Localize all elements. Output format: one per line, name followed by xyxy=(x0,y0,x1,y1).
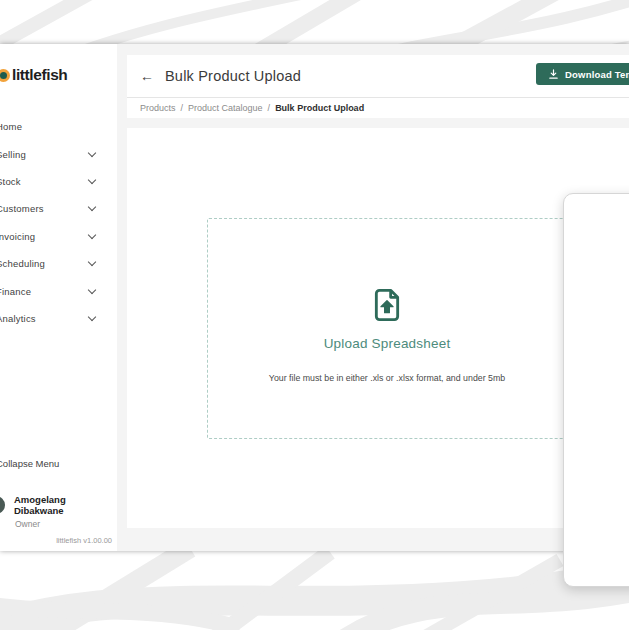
download-template-button[interactable]: Download Template xyxy=(536,63,629,85)
sidebar-nav: Home Selling Stock Customers Invoicing xyxy=(0,113,117,332)
app-window: littlefish Home Selling Stock Customers xyxy=(0,44,629,551)
breadcrumb-current: Bulk Product Upload xyxy=(275,103,364,113)
sidebar-item-scheduling[interactable]: Scheduling xyxy=(0,250,117,277)
upload-title: Upload Spreadsheet xyxy=(324,336,451,351)
sidebar-item-label: Customers xyxy=(0,203,44,214)
sidebar-item-home[interactable]: Home xyxy=(0,113,117,140)
overlay-panel xyxy=(563,193,629,587)
download-button-label: Download Template xyxy=(565,69,629,80)
chevron-down-icon xyxy=(88,176,96,184)
logo[interactable]: littlefish xyxy=(0,66,67,84)
sidebar-item-invoicing[interactable]: Invoicing xyxy=(0,223,117,250)
screen: littlefish Home Selling Stock Customers xyxy=(0,0,629,630)
download-icon xyxy=(548,69,559,80)
sidebar-item-customers[interactable]: Customers xyxy=(0,195,117,222)
page-header: ← Bulk Product Upload Download Template … xyxy=(127,55,629,118)
chevron-down-icon xyxy=(88,258,96,266)
sidebar-item-label: Analytics xyxy=(0,313,36,324)
breadcrumb-product-catalogue[interactable]: Product Catalogue xyxy=(188,103,263,113)
collapse-menu-button[interactable]: Collapse Menu xyxy=(0,458,59,469)
breadcrumb-separator: / xyxy=(268,103,271,113)
user-name: Amogelang Dibakwane xyxy=(14,494,117,516)
sidebar-item-label: Invoicing xyxy=(0,231,35,242)
chevron-down-icon xyxy=(88,231,96,239)
upload-hint: Your file must be in either .xls or .xls… xyxy=(269,373,505,383)
sidebar-item-label: Scheduling xyxy=(0,258,45,269)
sidebar-item-label: Finance xyxy=(0,286,31,297)
upload-file-icon xyxy=(367,285,407,325)
user-role: Owner xyxy=(15,519,117,529)
sidebar-item-selling[interactable]: Selling xyxy=(0,140,117,167)
logo-text: littlefish xyxy=(12,66,67,84)
avatar xyxy=(0,496,5,514)
content-card: Upload Spreadsheet Your file must be in … xyxy=(127,128,629,528)
chevron-down-icon xyxy=(88,148,96,156)
sidebar-item-finance[interactable]: Finance xyxy=(0,277,117,304)
chevron-down-icon xyxy=(88,313,96,321)
sidebar-item-label: Stock xyxy=(0,176,21,187)
main-area: ← Bulk Product Upload Download Template … xyxy=(117,44,629,551)
breadcrumb-separator: / xyxy=(181,103,184,113)
sidebar-item-label: Selling xyxy=(0,149,26,160)
chevron-down-icon xyxy=(88,203,96,211)
littlefish-eye-icon xyxy=(0,69,10,82)
page-title: Bulk Product Upload xyxy=(165,68,301,84)
back-arrow-icon[interactable]: ← xyxy=(140,68,154,84)
user-profile[interactable]: Amogelang Dibakwane Owner xyxy=(0,494,117,529)
app-version: littlefish v1.00.00 xyxy=(56,536,112,545)
title-row: ← Bulk Product Upload Download Template xyxy=(127,55,629,98)
upload-dropzone[interactable]: Upload Spreadsheet Your file must be in … xyxy=(207,218,567,439)
breadcrumb: Products / Product Catalogue / Bulk Prod… xyxy=(127,98,629,118)
chevron-down-icon xyxy=(88,285,96,293)
sidebar-item-label: Home xyxy=(0,121,22,132)
sidebar-item-stock[interactable]: Stock xyxy=(0,168,117,195)
sidebar: littlefish Home Selling Stock Customers xyxy=(0,44,117,551)
breadcrumb-products[interactable]: Products xyxy=(140,103,176,113)
sidebar-item-analytics[interactable]: Analytics xyxy=(0,305,117,332)
